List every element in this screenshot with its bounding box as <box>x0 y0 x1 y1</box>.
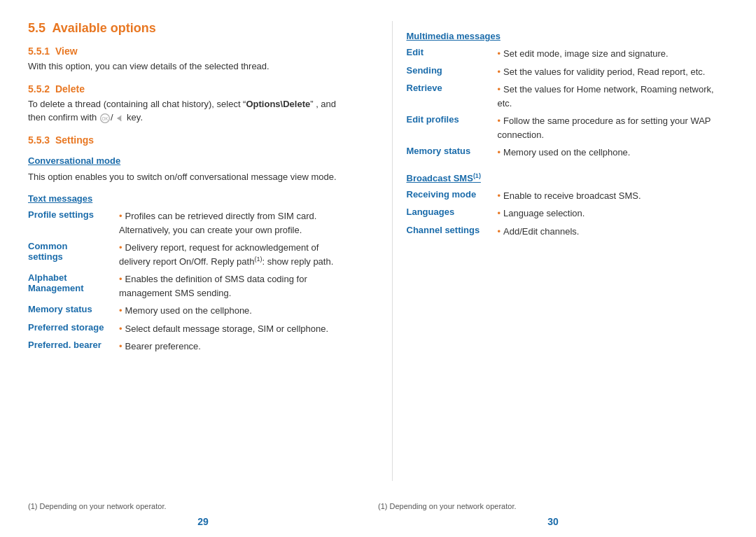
table-row: Sending •Set the values for validity per… <box>407 64 729 82</box>
conversational-mode-body: This option enables you to switch on/off… <box>28 170 350 184</box>
term-label: Sending <box>407 64 498 82</box>
table-row: Memory status •Memory used on the cellph… <box>28 302 350 321</box>
term-desc: •Memory used on the cellphone. <box>498 144 729 162</box>
right-column: Multimedia messages Edit •Set edit mode,… <box>392 21 729 481</box>
term-label: Edit <box>407 46 498 64</box>
right-page-number: 30 <box>378 516 728 527</box>
section-number: 5.5 <box>28 21 46 35</box>
term-label: Preferred. bearer <box>28 338 119 356</box>
svg-text:OK: OK <box>102 116 108 121</box>
table-row: Profile settings •Profiles can be retrie… <box>28 208 350 239</box>
term-label: Channel settings <box>407 223 498 242</box>
table-row: Languages •Language selection. <box>407 205 729 223</box>
table-row: Edit •Set edit mode, image size and sign… <box>407 46 729 64</box>
term-desc: •Set the values for validity period, Rea… <box>498 64 729 82</box>
table-row: Commonsettings •Delivery report, request… <box>28 239 350 271</box>
multimedia-messages-table: Edit •Set edit mode, image size and sign… <box>407 46 729 162</box>
view-body: With this option, you can view details o… <box>28 60 350 74</box>
table-row: Memory status •Memory used on the cellph… <box>407 144 729 162</box>
left-page-number: 29 <box>28 516 378 527</box>
term-desc: •Set the values for Home network, Roamin… <box>498 81 729 113</box>
term-desc: •Select default message storage, SIM or … <box>119 321 350 339</box>
term-label: Receiving mode <box>407 188 498 206</box>
term-desc: •Language selection. <box>498 205 729 223</box>
term-desc: •Delivery report, request for acknowledg… <box>119 239 350 271</box>
term-label: Commonsettings <box>28 239 119 271</box>
right-footnote: (1) Depending on your network operator. <box>378 502 728 510</box>
left-footnote: (1) Depending on your network operator. <box>28 502 378 510</box>
term-label: Memory status <box>28 302 119 321</box>
term-desc: •Bearer preference. <box>119 338 350 356</box>
section-title: 5.5 Available options <box>28 21 350 36</box>
back-icon <box>113 113 125 124</box>
term-label: Profile settings <box>28 208 119 239</box>
subsection-5-5-1: 5.5.1 View <box>28 46 350 57</box>
term-desc: •Add/Edit channels. <box>498 223 729 242</box>
text-messages-link: Text messages <box>28 193 350 204</box>
term-desc: •Profiles can be retrieved directly from… <box>119 208 350 239</box>
table-row: AlphabetManagement •Enables the definiti… <box>28 271 350 302</box>
term-desc: •Enables the definition of SMS data codi… <box>119 271 350 302</box>
text-messages-table: Profile settings •Profiles can be retrie… <box>28 208 350 356</box>
multimedia-messages-link: Multimedia messages <box>407 31 729 41</box>
term-desc: •Follow the same procedure as for settin… <box>498 113 729 144</box>
table-row: Receiving mode •Enable to receive broadc… <box>407 188 729 206</box>
delete-body: To delete a thread (containing all chat … <box>28 97 350 125</box>
conversational-mode-link: Conversational mode <box>28 155 350 166</box>
footnote-row: (1) Depending on your network operator. … <box>0 495 756 515</box>
term-label: Languages <box>407 205 498 223</box>
term-label: Preferred storage <box>28 321 119 339</box>
term-label: Memory status <box>407 144 498 162</box>
term-desc: •Memory used on the cellphone. <box>119 302 350 321</box>
table-row: Preferred storage •Select default messag… <box>28 321 350 339</box>
left-column: 5.5 Available options 5.5.1 View With th… <box>28 21 364 481</box>
broadcast-sms-table: Receiving mode •Enable to receive broadc… <box>407 188 729 242</box>
term-desc: •Set edit mode, image size and signature… <box>498 46 729 64</box>
subsection-5-5-3: 5.5.3 Settings <box>28 134 350 146</box>
page-numbers: 29 30 <box>0 515 756 537</box>
table-row: Preferred. bearer •Bearer preference. <box>28 338 350 356</box>
term-label: Retrieve <box>407 81 498 113</box>
broadcast-sms-link: Broadcast SMS(1) <box>407 172 729 183</box>
term-label: Edit profiles <box>407 113 498 144</box>
ok-icon: OK <box>99 113 111 124</box>
table-row: Channel settings •Add/Edit channels. <box>407 223 729 242</box>
table-row: Retrieve •Set the values for Home networ… <box>407 81 729 113</box>
term-label: AlphabetManagement <box>28 271 119 302</box>
term-desc: •Enable to receive broadcast SMS. <box>498 188 729 206</box>
subsection-5-5-2: 5.5.2 Delete <box>28 83 350 95</box>
table-row: Edit profiles •Follow the same procedure… <box>407 113 729 144</box>
section-title-text: Available options <box>52 21 155 35</box>
